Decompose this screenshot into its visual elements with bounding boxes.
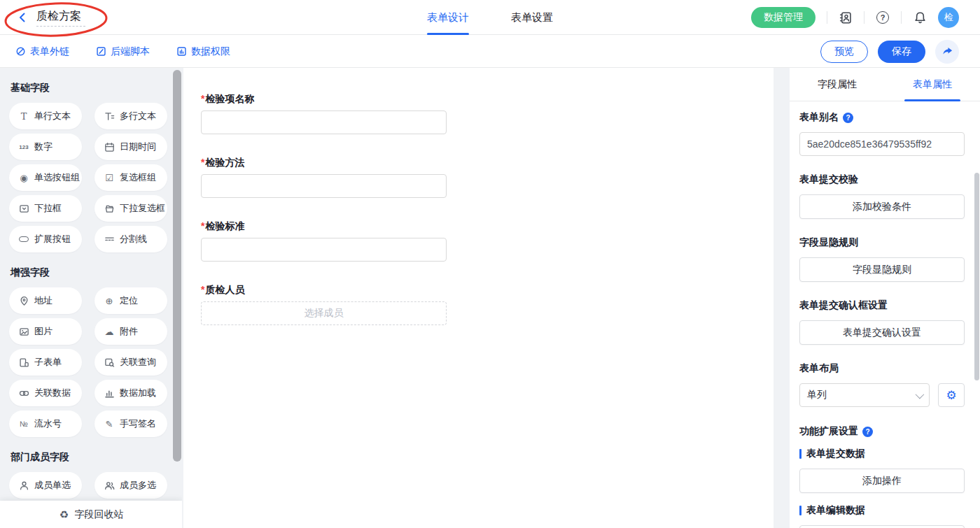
field-pill-address[interactable]: 地址	[9, 287, 82, 314]
checkbox-icon: ☑	[104, 172, 115, 183]
tab-form-design[interactable]: 表单设计	[427, 0, 469, 35]
chevron-down-icon	[916, 390, 925, 399]
form-alias-label: 表单别名 ?	[799, 111, 965, 124]
avatar[interactable]: 检	[938, 7, 959, 28]
field-pill-member-multi[interactable]: 成员多选	[94, 472, 167, 499]
accent-bar	[799, 449, 802, 459]
canvas-field-inspection-method[interactable]: *检验方法	[201, 157, 447, 198]
field-pill-multi-line-text[interactable]: 多行文本	[94, 103, 167, 129]
panel-scrollbar[interactable]	[974, 173, 979, 380]
field-pill-radio-group[interactable]: ◉ 单选按钮组	[9, 164, 82, 191]
form-alias-input[interactable]	[799, 132, 965, 156]
field-pill-subform[interactable]: 子表单	[9, 349, 82, 376]
inspection-method-input[interactable]	[201, 174, 447, 198]
contacts-icon[interactable]	[839, 10, 853, 24]
add-action-submit-button[interactable]: 添加操作	[799, 469, 965, 493]
help-icon[interactable]: ?	[876, 10, 890, 24]
section-title-basic-fields: 基础字段	[10, 82, 167, 94]
field-pill-signature[interactable]: ✎ 手写签名	[94, 411, 167, 437]
tab-label: 表单属性	[913, 78, 952, 91]
external-link-icon	[15, 46, 26, 57]
section-title: 表单提交校验	[799, 173, 965, 186]
pill-label: 关联查询	[120, 356, 156, 369]
field-pill-number[interactable]: 123 数字	[9, 134, 82, 160]
sidebar-scrollbar[interactable]	[173, 70, 181, 462]
field-pill-data-load[interactable]: 数据加载	[94, 380, 167, 406]
add-action-edit-button[interactable]: 添加操作	[799, 525, 965, 528]
script-icon	[96, 46, 106, 57]
form-canvas[interactable]: *检验项名称 *检验方法 *检验标准 *质检人员 选择成员	[183, 68, 774, 528]
panel-tabs: 字段属性 表单属性	[790, 68, 980, 101]
pill-label: 多行文本	[120, 110, 156, 122]
pill-label: 关联数据	[34, 387, 71, 399]
field-pill-attachment[interactable]: ☁ 附件	[94, 318, 167, 345]
gear-icon: ⚙	[946, 390, 956, 401]
submit-confirm-button[interactable]: 表单提交确认设置	[799, 320, 965, 345]
canvas-field-inspection-item-name[interactable]: *检验项名称	[201, 93, 447, 134]
help-glyph: ?	[876, 11, 889, 24]
data-permission-link[interactable]: 数据权限	[176, 45, 230, 58]
field-pill-lookup[interactable]: 关联查询	[94, 349, 167, 376]
field-pill-extend-button[interactable]: 扩展按钮	[9, 226, 82, 252]
pill-label: 分割线	[120, 233, 147, 245]
multi-line-text-icon	[104, 110, 115, 122]
layout-select[interactable]: 单列	[799, 383, 930, 407]
extensions-label: 功能扩展设置 ?	[799, 425, 965, 438]
field-pill-divider[interactable]: 分割线	[94, 226, 167, 252]
pill-label: 数据加载	[120, 387, 156, 399]
page-title[interactable]: 质检方案	[36, 9, 85, 27]
tab-form-properties[interactable]: 表单属性	[885, 68, 980, 101]
form-external-link[interactable]: 表单外链	[15, 45, 69, 58]
single-line-text-icon: T	[18, 110, 29, 122]
section-title-member-fields: 部门成员字段	[10, 451, 167, 464]
pill-label: 手写签名	[120, 418, 156, 430]
help-icon[interactable]: ?	[862, 427, 873, 437]
inspection-standard-input[interactable]	[201, 238, 447, 262]
pill-label: 子表单	[34, 356, 62, 369]
field-pill-checkbox-group[interactable]: ☑ 复选框组	[94, 164, 167, 191]
pill-label: 扩展按钮	[34, 233, 71, 245]
field-pill-single-line-text[interactable]: T 单行文本	[9, 103, 82, 129]
field-pill-image[interactable]: 图片	[9, 318, 82, 345]
field-pill-linked-data[interactable]: 关联数据	[9, 380, 82, 406]
field-pill-datetime[interactable]: 日期时间	[94, 134, 167, 160]
section-field-visibility: 字段显隐规则 字段显隐规则	[799, 236, 965, 282]
preview-button[interactable]: 预览	[820, 41, 868, 63]
field-pill-multi-select[interactable]: 下拉复选框	[94, 195, 167, 222]
locate-icon: ⊕	[104, 295, 115, 306]
field-visibility-button[interactable]: 字段显隐规则	[799, 257, 965, 282]
data-manage-button[interactable]: 数据管理	[751, 7, 816, 28]
pill-label: 复选框组	[120, 171, 156, 184]
layout-select-value: 单列	[807, 389, 827, 401]
save-button[interactable]: 保存	[878, 41, 925, 63]
properties-panel: 字段属性 表单属性 表单别名 ? 表单提交校验 添加校验条件 字段显隐规则 字段…	[790, 68, 980, 528]
field-pill-member-single[interactable]: 成员单选	[9, 472, 82, 499]
add-validation-button[interactable]: 添加校验条件	[799, 194, 965, 219]
tab-form-settings[interactable]: 表单设置	[511, 0, 553, 35]
select-member-button[interactable]: 选择成员	[201, 301, 447, 325]
section-title: 表单提交确认框设置	[799, 299, 965, 312]
inspection-item-name-input[interactable]	[201, 110, 447, 134]
pill-label: 单选按钮组	[34, 171, 80, 184]
lookup-icon	[104, 357, 115, 368]
field-pill-locate[interactable]: ⊕ 定位	[94, 287, 167, 314]
pill-label: 附件	[120, 325, 138, 338]
share-button[interactable]	[935, 40, 959, 64]
layout-settings-button[interactable]: ⚙	[938, 383, 965, 407]
field-pill-serial-number[interactable]: № 流水号	[9, 411, 82, 437]
help-icon[interactable]: ?	[843, 113, 853, 123]
required-marker: *	[201, 220, 204, 231]
field-recycle-bin[interactable]: ♻ 字段回收站	[0, 501, 182, 528]
pill-label: 图片	[34, 325, 52, 338]
bell-icon[interactable]	[913, 10, 927, 24]
back-button[interactable]	[15, 10, 29, 24]
tab-label: 字段属性	[818, 78, 857, 91]
tab-field-properties[interactable]: 字段属性	[790, 68, 885, 101]
canvas-field-inspection-standard[interactable]: *检验标准	[201, 220, 447, 262]
divider	[827, 11, 827, 24]
backend-script-link[interactable]: 后端脚本	[96, 45, 150, 58]
tool-link-label: 表单外链	[30, 45, 69, 58]
field-pill-select[interactable]: 下拉框	[9, 195, 82, 222]
canvas-field-qc-member[interactable]: *质检人员 选择成员	[201, 284, 447, 325]
subsection-submit-data: 表单提交数据	[799, 448, 965, 460]
